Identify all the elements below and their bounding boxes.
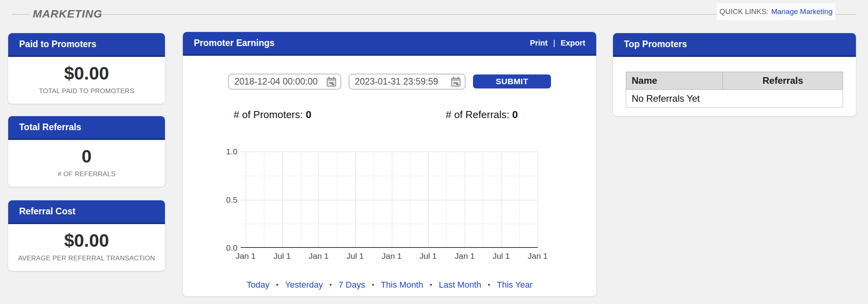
panel-title: Promoter Earnings xyxy=(194,38,275,48)
range-link-7-days[interactable]: 7 Days xyxy=(338,280,365,290)
marketing-dashboard: { "header": { "title": "MARKETING", "qui… xyxy=(0,0,868,304)
card-value: $0.00 xyxy=(8,230,165,251)
x-tick-label: Jan 1 xyxy=(520,251,555,261)
column-header-referrals: Referrals xyxy=(723,72,843,90)
x-tick-label: Jul 1 xyxy=(484,251,519,261)
manage-marketing-link[interactable]: Manage Marketing xyxy=(771,7,833,16)
card-header: Total Referrals xyxy=(8,116,165,140)
actions-divider: | xyxy=(553,39,555,48)
quick-links: QUICK LINKS: Manage Marketing xyxy=(717,3,835,20)
gridline xyxy=(241,200,538,200)
range-separator: • xyxy=(276,281,278,289)
end-date-value: 2023-01-31 23:59:59 xyxy=(355,76,438,87)
panel-header: Promoter Earnings Print | Export xyxy=(183,32,596,56)
range-link-last-month[interactable]: Last Month xyxy=(439,280,481,290)
submit-button[interactable]: SUBMIT xyxy=(473,74,551,88)
range-separator: • xyxy=(430,281,432,289)
card-header: Referral Cost xyxy=(8,200,165,224)
card-header: Paid to Promoters xyxy=(8,33,165,57)
empty-state-cell: No Referrals Yet xyxy=(626,90,843,108)
end-date-input[interactable]: 2023-01-31 23:59:59 xyxy=(349,74,466,90)
column-header-name: Name xyxy=(626,72,723,90)
x-tick-label: Jul 1 xyxy=(265,251,300,261)
header-rule-left xyxy=(12,14,30,15)
range-separator: • xyxy=(372,281,374,289)
x-tick-label: Jul 1 xyxy=(338,251,373,261)
export-link[interactable]: Export xyxy=(561,39,585,48)
calendar-icon[interactable] xyxy=(326,76,337,88)
x-tick-label: Jan 1 xyxy=(374,251,409,261)
card-referral-cost: Referral Cost $0.00 AVERAGE PER REFERRAL… xyxy=(8,200,165,271)
referrals-count-value: 0 xyxy=(512,109,518,120)
promoter-earnings-panel: Promoter Earnings Print | Export 2018-12… xyxy=(183,32,596,296)
x-tick-label: Jan 1 xyxy=(447,251,482,261)
gridline xyxy=(241,152,538,152)
card-title: Referral Cost xyxy=(19,206,75,217)
card-value: 0 xyxy=(8,146,165,167)
range-link-today[interactable]: Today xyxy=(246,280,269,290)
panel-header: Top Promoters xyxy=(613,33,856,57)
x-tick-label: Jan 1 xyxy=(228,251,263,261)
referrals-count-label: # of Referrals: xyxy=(446,109,509,120)
range-separator: • xyxy=(488,281,490,289)
table-header-row: Name Referrals xyxy=(626,72,843,90)
gridline xyxy=(241,176,538,176)
range-link-this-year[interactable]: This Year xyxy=(497,280,533,290)
x-tick-label: Jul 1 xyxy=(411,251,446,261)
start-date-input[interactable]: 2018-12-04 00:00:00 xyxy=(228,74,341,90)
card-total-referrals: Total Referrals 0 # OF REFERRALS xyxy=(8,116,165,187)
y-tick-label: 0.5 xyxy=(206,195,237,205)
calendar-icon[interactable] xyxy=(450,76,462,88)
top-promoters-table: Name Referrals No Referrals Yet xyxy=(626,72,843,108)
range-separator: • xyxy=(329,281,332,289)
start-date-value: 2018-12-04 00:00:00 xyxy=(234,76,318,87)
card-caption: TOTAL PAID TO PROMOTERS xyxy=(8,87,165,95)
table-row: No Referrals Yet xyxy=(626,90,843,108)
card-caption: AVERAGE PER REFERRAL TRANSACTION xyxy=(8,255,165,262)
card-value: $0.00 xyxy=(8,63,165,84)
print-link[interactable]: Print xyxy=(530,39,548,48)
quick-range-links: Today•Yesterday•7 Days•This Month•Last M… xyxy=(183,280,596,290)
y-tick-label: 1.0 xyxy=(206,147,237,156)
panel-actions: Print | Export xyxy=(530,39,585,48)
promoters-count-label: # of Promoters: xyxy=(234,109,303,120)
gridline xyxy=(241,224,538,224)
promoters-count: # of Promoters: 0 xyxy=(234,109,311,121)
card-caption: # OF REFERRALS xyxy=(8,170,165,178)
x-tick-label: Jan 1 xyxy=(301,251,336,261)
card-title: Paid to Promoters xyxy=(19,39,96,49)
earnings-chart: 1.00.50.0Jan 1Jul 1Jan 1Jul 1Jan 1Jul 1J… xyxy=(246,152,538,248)
top-promoters-panel: Top Promoters Name Referrals No Referral… xyxy=(613,33,856,116)
promoters-count-value: 0 xyxy=(306,109,311,120)
referrals-count: # of Referrals: 0 xyxy=(446,109,518,121)
x-axis-line xyxy=(241,247,538,248)
range-link-this-month[interactable]: This Month xyxy=(381,280,423,290)
range-link-yesterday[interactable]: Yesterday xyxy=(285,280,323,290)
card-paid-to-promoters: Paid to Promoters $0.00 TOTAL PAID TO PR… xyxy=(8,33,165,104)
gridline xyxy=(538,152,538,248)
page-title: MARKETING xyxy=(33,8,103,20)
card-title: Total Referrals xyxy=(19,122,81,133)
panel-title: Top Promoters xyxy=(624,39,687,49)
quick-links-label: QUICK LINKS: xyxy=(719,7,769,16)
